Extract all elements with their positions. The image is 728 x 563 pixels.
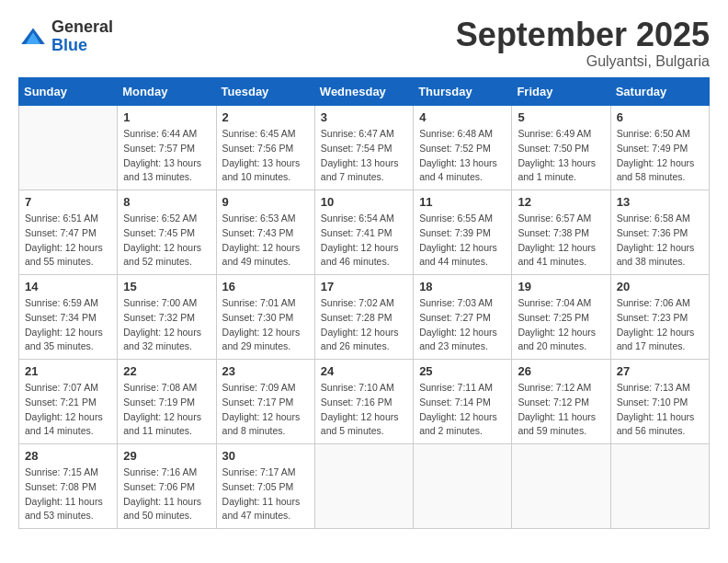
- day-info: Sunrise: 6:57 AMSunset: 7:38 PMDaylight:…: [518, 212, 604, 270]
- day-number: 28: [25, 449, 111, 463]
- weekday-header-sunday: Sunday: [19, 78, 118, 106]
- day-info: Sunrise: 7:10 AMSunset: 7:16 PMDaylight:…: [321, 381, 407, 439]
- day-info: Sunrise: 7:17 AMSunset: 7:05 PMDaylight:…: [222, 465, 309, 523]
- day-info: Sunrise: 6:48 AMSunset: 7:52 PMDaylight:…: [419, 127, 506, 185]
- calendar-cell: 17Sunrise: 7:02 AMSunset: 7:28 PMDayligh…: [314, 275, 413, 360]
- day-number: 9: [222, 195, 309, 209]
- day-number: 16: [222, 280, 309, 293]
- calendar-cell: 7Sunrise: 6:51 AMSunset: 7:47 PMDaylight…: [19, 190, 118, 275]
- calendar-cell: 27Sunrise: 7:13 AMSunset: 7:10 PMDayligh…: [610, 360, 709, 444]
- day-info: Sunrise: 7:16 AMSunset: 7:06 PMDaylight:…: [123, 465, 210, 523]
- weekday-header-thursday: Thursday: [414, 78, 512, 106]
- day-info: Sunrise: 6:59 AMSunset: 7:34 PMDaylight:…: [25, 296, 111, 354]
- day-number: 4: [419, 110, 506, 124]
- week-row-3: 14Sunrise: 6:59 AMSunset: 7:34 PMDayligh…: [19, 275, 710, 360]
- day-info: Sunrise: 7:08 AMSunset: 7:19 PMDaylight:…: [123, 381, 210, 439]
- weekday-header-monday: Monday: [118, 78, 216, 106]
- day-info: Sunrise: 6:47 AMSunset: 7:54 PMDaylight:…: [321, 127, 407, 185]
- calendar-cell: 19Sunrise: 7:04 AMSunset: 7:25 PMDayligh…: [512, 275, 610, 360]
- week-row-4: 21Sunrise: 7:07 AMSunset: 7:21 PMDayligh…: [19, 360, 710, 444]
- day-number: 3: [321, 110, 407, 124]
- day-number: 7: [25, 195, 111, 209]
- day-info: Sunrise: 7:12 AMSunset: 7:12 PMDaylight:…: [518, 381, 604, 439]
- day-number: 20: [617, 280, 703, 293]
- day-number: 27: [617, 364, 703, 378]
- day-info: Sunrise: 7:15 AMSunset: 7:08 PMDaylight:…: [25, 465, 111, 523]
- week-row-2: 7Sunrise: 6:51 AMSunset: 7:47 PMDaylight…: [19, 190, 710, 275]
- calendar-table: SundayMondayTuesdayWednesdayThursdayFrid…: [18, 77, 710, 529]
- day-number: 11: [419, 195, 506, 209]
- calendar-cell: 14Sunrise: 6:59 AMSunset: 7:34 PMDayligh…: [19, 275, 118, 360]
- calendar-cell: [414, 444, 512, 529]
- calendar-cell: 23Sunrise: 7:09 AMSunset: 7:17 PMDayligh…: [216, 360, 314, 444]
- day-info: Sunrise: 6:55 AMSunset: 7:39 PMDaylight:…: [419, 212, 506, 270]
- weekday-header-wednesday: Wednesday: [314, 78, 413, 106]
- day-info: Sunrise: 6:44 AMSunset: 7:57 PMDaylight:…: [123, 127, 210, 185]
- calendar-cell: 20Sunrise: 7:06 AMSunset: 7:23 PMDayligh…: [610, 275, 709, 360]
- day-number: 23: [222, 364, 309, 378]
- day-number: 8: [123, 195, 210, 209]
- calendar-cell: [512, 444, 610, 529]
- weekday-header-saturday: Saturday: [610, 78, 709, 106]
- day-info: Sunrise: 7:04 AMSunset: 7:25 PMDaylight:…: [518, 296, 604, 354]
- week-row-1: 1Sunrise: 6:44 AMSunset: 7:57 PMDaylight…: [19, 106, 710, 190]
- calendar-cell: 22Sunrise: 7:08 AMSunset: 7:19 PMDayligh…: [118, 360, 216, 444]
- calendar-cell: 1Sunrise: 6:44 AMSunset: 7:57 PMDaylight…: [118, 106, 216, 190]
- day-number: 24: [321, 364, 407, 378]
- calendar-cell: 28Sunrise: 7:15 AMSunset: 7:08 PMDayligh…: [19, 444, 118, 529]
- day-info: Sunrise: 6:51 AMSunset: 7:47 PMDaylight:…: [25, 212, 111, 270]
- calendar-cell: 9Sunrise: 6:53 AMSunset: 7:43 PMDaylight…: [216, 190, 314, 275]
- day-info: Sunrise: 6:52 AMSunset: 7:45 PMDaylight:…: [123, 212, 210, 270]
- weekday-header-tuesday: Tuesday: [216, 78, 314, 106]
- day-number: 26: [518, 364, 604, 378]
- calendar-cell: 5Sunrise: 6:49 AMSunset: 7:50 PMDaylight…: [512, 106, 610, 190]
- calendar-cell: 26Sunrise: 7:12 AMSunset: 7:12 PMDayligh…: [512, 360, 610, 444]
- day-info: Sunrise: 7:07 AMSunset: 7:21 PMDaylight:…: [25, 381, 111, 439]
- day-number: 15: [123, 280, 210, 293]
- day-number: 21: [25, 364, 111, 378]
- day-info: Sunrise: 7:00 AMSunset: 7:32 PMDaylight:…: [123, 296, 210, 354]
- calendar-cell: [610, 444, 709, 529]
- title-block: September 2025 Gulyantsi, Bulgaria: [456, 18, 710, 70]
- day-number: 30: [222, 449, 309, 463]
- calendar-cell: 16Sunrise: 7:01 AMSunset: 7:30 PMDayligh…: [216, 275, 314, 360]
- day-info: Sunrise: 7:13 AMSunset: 7:10 PMDaylight:…: [617, 381, 703, 439]
- calendar-cell: 12Sunrise: 6:57 AMSunset: 7:38 PMDayligh…: [512, 190, 610, 275]
- weekday-header-friday: Friday: [512, 78, 610, 106]
- calendar-cell: 29Sunrise: 7:16 AMSunset: 7:06 PMDayligh…: [118, 444, 216, 529]
- calendar-cell: 4Sunrise: 6:48 AMSunset: 7:52 PMDaylight…: [414, 106, 512, 190]
- calendar-cell: 24Sunrise: 7:10 AMSunset: 7:16 PMDayligh…: [314, 360, 413, 444]
- day-info: Sunrise: 6:50 AMSunset: 7:49 PMDaylight:…: [617, 127, 703, 185]
- day-number: 29: [123, 449, 210, 463]
- calendar-cell: [19, 106, 118, 190]
- logo-blue: Blue: [51, 36, 87, 54]
- calendar-cell: 6Sunrise: 6:50 AMSunset: 7:49 PMDaylight…: [610, 106, 709, 190]
- calendar-cell: 10Sunrise: 6:54 AMSunset: 7:41 PMDayligh…: [314, 190, 413, 275]
- calendar-cell: 3Sunrise: 6:47 AMSunset: 7:54 PMDaylight…: [314, 106, 413, 190]
- day-info: Sunrise: 7:01 AMSunset: 7:30 PMDaylight:…: [222, 296, 309, 354]
- day-info: Sunrise: 7:02 AMSunset: 7:28 PMDaylight:…: [321, 296, 407, 354]
- day-number: 6: [617, 110, 703, 124]
- day-number: 14: [25, 280, 111, 293]
- day-number: 22: [123, 364, 210, 378]
- day-info: Sunrise: 6:58 AMSunset: 7:36 PMDaylight:…: [617, 212, 703, 270]
- day-info: Sunrise: 7:03 AMSunset: 7:27 PMDaylight:…: [419, 296, 506, 354]
- calendar-cell: 21Sunrise: 7:07 AMSunset: 7:21 PMDayligh…: [19, 360, 118, 444]
- week-row-5: 28Sunrise: 7:15 AMSunset: 7:08 PMDayligh…: [19, 444, 710, 529]
- day-number: 12: [518, 195, 604, 209]
- calendar-cell: 25Sunrise: 7:11 AMSunset: 7:14 PMDayligh…: [414, 360, 512, 444]
- day-number: 25: [419, 364, 506, 378]
- location: Gulyantsi, Bulgaria: [456, 53, 710, 70]
- day-number: 13: [617, 195, 703, 209]
- calendar-cell: 11Sunrise: 6:55 AMSunset: 7:39 PMDayligh…: [414, 190, 512, 275]
- calendar-cell: [314, 444, 413, 529]
- page-header: General Blue September 2025 Gulyantsi, B…: [18, 18, 710, 70]
- calendar-cell: 15Sunrise: 7:00 AMSunset: 7:32 PMDayligh…: [118, 275, 216, 360]
- month-title: September 2025: [456, 18, 710, 52]
- day-number: 5: [518, 110, 604, 124]
- day-number: 1: [123, 110, 210, 124]
- logo-text: General Blue: [51, 18, 113, 55]
- day-info: Sunrise: 7:11 AMSunset: 7:14 PMDaylight:…: [419, 381, 506, 439]
- day-number: 19: [518, 280, 604, 293]
- logo-general: General: [51, 17, 113, 36]
